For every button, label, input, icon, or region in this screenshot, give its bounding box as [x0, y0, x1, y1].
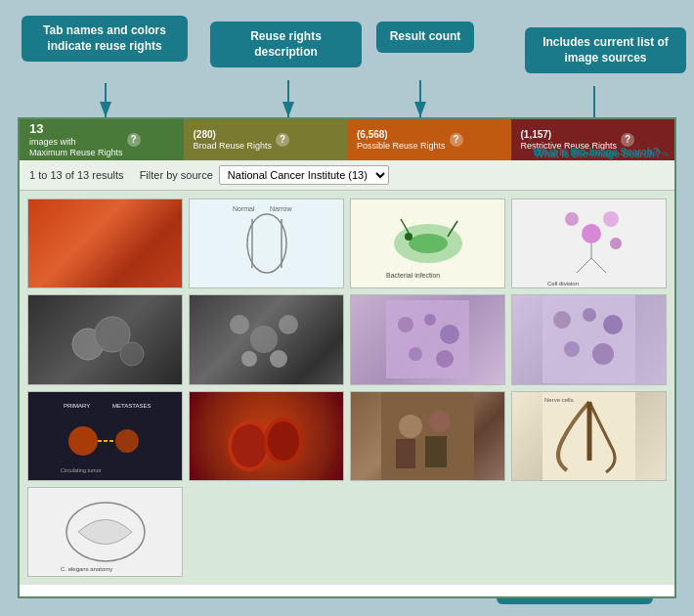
callout-reuse: Reuse rights description	[210, 22, 362, 67]
what-is-bio-image[interactable]: What Is Bio-Image Search?→	[535, 149, 671, 159]
svg-point-38	[398, 317, 413, 332]
svg-point-32	[230, 315, 249, 334]
callout-tabs: Tab names and colors indicate reuse righ…	[22, 16, 188, 62]
svg-point-46	[603, 315, 623, 334]
image-cell-3[interactable]: Bacterial infection	[350, 198, 505, 288]
tab-restrictive-reuse-help[interactable]: ?	[621, 133, 634, 147]
svg-line-26	[577, 258, 591, 273]
svg-text:Normal: Normal	[233, 205, 255, 212]
svg-rect-62	[396, 439, 415, 468]
svg-point-61	[429, 411, 451, 432]
svg-point-60	[399, 415, 422, 438]
svg-text:METASTASES: METASTASES	[112, 403, 151, 409]
image-cell-6[interactable]	[189, 294, 344, 384]
svg-point-21	[603, 211, 619, 227]
svg-point-44	[553, 311, 571, 329]
svg-point-58	[268, 421, 299, 461]
image-grid: Normal Narrow Bacterial infection	[20, 191, 674, 585]
callout-count-text: Result count	[390, 29, 461, 43]
svg-point-48	[592, 343, 614, 365]
image-cell-8[interactable]	[511, 294, 667, 384]
image-cell-1[interactable]	[27, 198, 183, 288]
image-cell-13[interactable]: C. elegans anatomy	[27, 487, 183, 577]
svg-point-39	[424, 314, 436, 326]
image-cell-10[interactable]	[189, 391, 344, 481]
svg-point-34	[279, 315, 298, 334]
svg-point-22	[582, 224, 601, 243]
svg-point-52	[115, 429, 139, 453]
tab-broad-reuse[interactable]: (280) Broad Reuse Rights ?	[184, 119, 348, 160]
callout-sources: Includes current list of image sources	[525, 27, 686, 73]
svg-point-45	[583, 308, 596, 322]
filter-row: 1 to 13 of 13 results Filter by source N…	[20, 160, 674, 191]
svg-point-12	[247, 214, 286, 273]
svg-point-36	[270, 350, 287, 368]
tab-possible-reuse-help[interactable]: ?	[450, 133, 463, 147]
svg-text:Narrow: Narrow	[270, 205, 293, 212]
svg-text:PRIMARY: PRIMARY	[64, 403, 90, 409]
callout-sources-text: Includes current list of image sources	[542, 35, 669, 65]
image-cell-11[interactable]	[350, 391, 505, 481]
svg-text:Nerve cells: Nerve cells	[544, 397, 574, 403]
callout-count: Result count	[376, 22, 474, 53]
svg-line-27	[591, 258, 606, 273]
svg-point-42	[436, 350, 454, 368]
svg-text:Bacterial infection: Bacterial infection	[386, 272, 440, 279]
what-is-link-text: What Is Bio-Image Search?→	[535, 149, 671, 159]
svg-point-41	[409, 347, 422, 361]
callout-reuse-text: Reuse rights description	[250, 29, 322, 59]
svg-point-47	[564, 341, 580, 357]
svg-point-24	[610, 238, 622, 249]
image-cell-9[interactable]: PRIMARY METASTASES Circulating tumor	[27, 391, 183, 481]
svg-point-17	[405, 233, 412, 241]
svg-text:Circulating tumor: Circulating tumor	[61, 467, 102, 473]
tab-max-reuse-help[interactable]: ?	[127, 133, 141, 147]
svg-rect-63	[425, 436, 447, 467]
tab-broad-reuse-help[interactable]: ?	[276, 133, 289, 147]
svg-point-31	[120, 342, 144, 366]
svg-text:C. elegans anatomy: C. elegans anatomy	[61, 566, 112, 572]
svg-point-51	[68, 426, 98, 456]
tab-possible-reuse[interactable]: (6,568) Possible Reuse Rights ?	[347, 119, 511, 160]
results-count: 1 to 13 of 13 results	[29, 169, 124, 181]
svg-point-35	[241, 351, 257, 367]
svg-point-16	[409, 234, 448, 253]
main-panel: 13 images withMaximum Reuse Rights ? (28…	[18, 117, 676, 598]
image-cell-4[interactable]: Cell division	[511, 198, 667, 288]
image-cell-5[interactable]	[27, 294, 183, 384]
tab-max-reuse[interactable]: 13 images withMaximum Reuse Rights ?	[20, 119, 184, 160]
image-cell-7[interactable]	[350, 294, 505, 384]
filter-label: Filter by source	[140, 169, 213, 181]
svg-point-23	[565, 212, 579, 226]
svg-point-40	[440, 325, 459, 344]
svg-point-33	[250, 326, 278, 353]
callout-tabs-text: Tab names and colors indicate reuse righ…	[43, 23, 166, 53]
svg-text:Cell division: Cell division	[547, 281, 579, 286]
svg-point-56	[232, 424, 267, 467]
image-cell-2[interactable]: Normal Narrow	[189, 198, 344, 288]
source-filter-select[interactable]: National Cancer Institute (13)	[219, 165, 389, 185]
image-cell-12[interactable]: Nerve cells	[511, 391, 667, 481]
